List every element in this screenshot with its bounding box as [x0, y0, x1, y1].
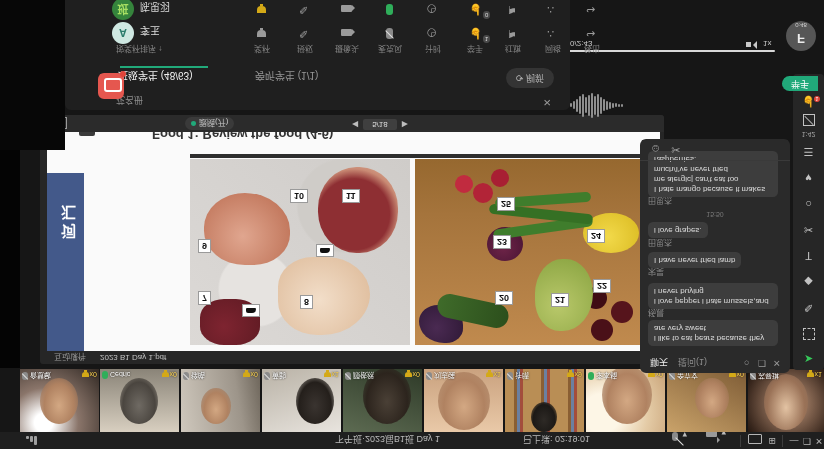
student-name: 俞慧敏: [30, 371, 51, 381]
video-tile[interactable]: 徐皓 x0: [181, 369, 260, 432]
tab-class-students[interactable]: 班级学生 (48/63): [118, 69, 192, 84]
video-tile[interactable]: 黄韵 x1: [262, 369, 341, 432]
trophy-icon: [567, 372, 574, 377]
trophy-count: x0: [251, 371, 258, 378]
marquee-tool-icon[interactable]: [793, 326, 824, 340]
trophy-icon: [405, 372, 412, 377]
flag-icon[interactable]: ⚑: [507, 3, 517, 16]
chat-popout-icon[interactable]: ❐: [758, 358, 766, 368]
mic-icon: [672, 432, 678, 441]
tab-chat[interactable]: 聊天: [650, 357, 668, 370]
text-tool-icon[interactable]: T: [793, 250, 824, 262]
avatar: A: [112, 22, 134, 44]
tab-audit-students[interactable]: 旁听学生 (1/1): [255, 69, 318, 84]
mic-muted-icon: [669, 372, 675, 380]
audio-waveform: [570, 93, 632, 118]
chat-notification-bubble[interactable]: [98, 73, 124, 99]
number-tag: 9: [198, 239, 211, 253]
raspberry: [455, 175, 473, 193]
video-tile[interactable]: 李本楠 x0: [586, 369, 665, 432]
no-draw-icon[interactable]: [793, 112, 824, 126]
members-close-icon[interactable]: ✕: [543, 97, 551, 108]
list-tool-icon[interactable]: ☰: [793, 145, 824, 158]
speaker-icon[interactable]: [746, 42, 751, 47]
chat-sender: 宋昊: [648, 267, 664, 278]
bacon-roast: [204, 193, 290, 265]
number-tag: 7: [198, 291, 211, 305]
close-button[interactable]: ✕: [811, 432, 824, 449]
raise-hand-icon[interactable]: ☝: [469, 27, 483, 40]
chat-record-icon[interactable]: ○: [744, 358, 749, 368]
next-page-button[interactable]: ▶: [402, 120, 408, 129]
video-tile[interactable]: Cedric x0: [100, 369, 179, 432]
video-tile[interactable]: 俞慧敏 x0: [20, 369, 99, 432]
timer-icon[interactable]: ◷: [427, 3, 437, 16]
playback-speed[interactable]: 1x: [763, 39, 771, 48]
app-window: 下午班·2023届B1班 Day 1 已上课: 02:19:01 ▾ ▾ ⊞ —…: [0, 0, 824, 449]
prev-page-button[interactable]: ◀: [352, 120, 358, 129]
tab-questions[interactable]: 提问(1): [678, 357, 707, 370]
network-icon: ∴: [547, 27, 554, 40]
screen-share-icon[interactable]: [748, 434, 762, 444]
emoji-icon[interactable]: ☺: [650, 144, 661, 156]
layout-grid-button[interactable]: ⊞: [764, 432, 780, 449]
page-indicator: 5/18: [363, 119, 397, 130]
remove-icon[interactable]: ↪: [586, 27, 595, 40]
student-face: [531, 402, 557, 432]
raise-hand-count: 1: [483, 35, 490, 43]
shape-tool-icon[interactable]: ◆: [793, 275, 824, 288]
sort-order-label[interactable]: 按奖杯排序 ↑: [116, 44, 162, 55]
trophy-count: x1: [332, 371, 339, 378]
trophy-icon[interactable]: [257, 30, 266, 37]
circle-tool-icon[interactable]: ○: [793, 198, 824, 210]
student-name: 黄韵: [272, 371, 286, 381]
trophy-count: x0: [90, 371, 97, 378]
timer-icon[interactable]: ◷: [427, 27, 437, 40]
video-tile[interactable]: 刘志强 x1: [424, 369, 503, 432]
student-face: [695, 378, 729, 418]
raise-hand-icon[interactable]: ☝: [469, 3, 483, 16]
trophy-icon-gold[interactable]: [257, 6, 266, 13]
slide-side-banner: 词汇: [47, 173, 84, 351]
clip-icon[interactable]: ✂: [671, 143, 680, 156]
cursor-tool-icon[interactable]: ➤: [793, 352, 824, 365]
chat-input-bar[interactable]: ☺ ✂: [640, 139, 790, 161]
divider: [782, 435, 783, 447]
pen-tool-icon[interactable]: ✎: [793, 301, 824, 314]
slide-corner-chip[interactable]: ≡: [79, 132, 95, 136]
authorize-icon[interactable]: ✎: [299, 3, 308, 16]
courseware-filename: 2023 B1 Day 1.pdf: [100, 353, 166, 362]
mic-muted-icon: [22, 372, 28, 380]
follow-toggle[interactable]: 跟随(开): [185, 117, 234, 130]
mic-muted-icon[interactable]: [386, 28, 393, 39]
raise-hand-button[interactable]: 举手: [782, 76, 818, 91]
heart-tool-icon[interactable]: ♥: [793, 172, 824, 184]
video-tile[interactable]: 顾依然 x0: [343, 369, 422, 432]
scissors-tool-icon[interactable]: ✂: [793, 223, 824, 236]
chat-message: i love grapes.: [648, 222, 708, 238]
legend-network: 网络: [531, 44, 575, 55]
camera-icon[interactable]: [341, 5, 352, 12]
refresh-button[interactable]: ⟳ 刷新: [506, 68, 554, 88]
chat-close-icon[interactable]: ✕: [773, 358, 781, 368]
courseware-type-label: 互动课件: [54, 352, 86, 363]
member-row[interactable]: A 李玉 ✎ ◷ ☝ 1 ⚑ ∴ ↪: [65, 20, 570, 44]
member-name: 李玉: [140, 24, 160, 39]
remove-icon[interactable]: ↪: [586, 3, 595, 16]
camera-icon[interactable]: [341, 29, 352, 36]
slide-divider-rule: [190, 154, 659, 158]
video-tile[interactable]: 金立文 x0: [667, 369, 746, 432]
courseware-titlebar[interactable]: 互动课件 2023 B1 Day 1.pdf: [40, 351, 664, 364]
video-tile[interactable]: 许晴 x9: [505, 369, 584, 432]
mic-on-icon[interactable]: [386, 4, 393, 15]
chat-sender: 杨晨: [648, 308, 664, 319]
trophy-count: x0: [170, 371, 177, 378]
slide-canvas[interactable]: 词汇 7 8 9 10 11: [47, 132, 660, 351]
presenter-bubble[interactable]: F 0:48: [786, 21, 816, 51]
student-name: 顾依然: [353, 371, 374, 381]
video-tile[interactable]: 苏曼琪 x1: [748, 369, 824, 432]
trophy-count: x0: [413, 371, 420, 378]
flag-icon[interactable]: ⚑: [507, 27, 517, 40]
authorize-icon[interactable]: ✎: [299, 27, 308, 40]
member-row[interactable]: 班 陈思羽 ✎ ◷ ☝ 0 ⚑ ∴ ↪: [65, 0, 570, 20]
